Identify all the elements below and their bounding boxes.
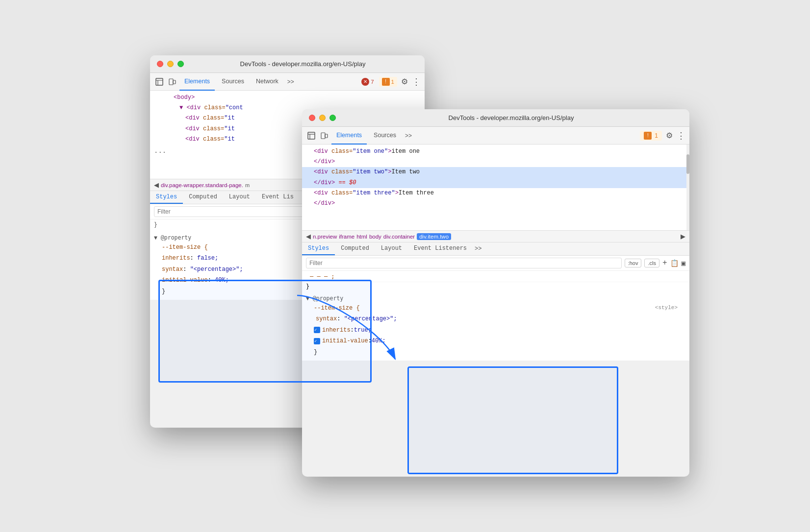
tab-elements-1[interactable]: Elements	[179, 73, 215, 91]
css-close-2b: }	[306, 347, 685, 358]
window-title-1: DevTools - developer.mozilla.org/en-US/p…	[188, 60, 418, 68]
dom-line-2a: <div class="item one">item one	[302, 146, 689, 157]
minimize-button-1[interactable]	[167, 61, 174, 67]
styles-panel-2: Styles Computed Layout Event Listeners >…	[302, 242, 689, 361]
dom-line-2f: </div>	[302, 198, 689, 209]
bc-item-body[interactable]: body	[369, 234, 381, 240]
svg-rect-9	[325, 134, 328, 138]
more-menu-icon-1[interactable]: ⋮	[412, 76, 421, 87]
dom-line-2e: <div class="item three">Item three	[302, 188, 689, 198]
filter-input-2[interactable]	[306, 258, 622, 268]
dom-line-2b: </div>	[302, 157, 689, 167]
css-prop-syntax-2: syntax: "<percentage>";	[306, 314, 685, 324]
css-rules-container-2: --item-size { <style> syntax: "<percenta…	[306, 303, 685, 358]
close-button-2[interactable]	[309, 115, 315, 121]
maximize-button-2[interactable]	[329, 115, 336, 121]
bc-item-divtwo[interactable]: div.item.two	[417, 233, 451, 240]
tab-eventlis-1[interactable]: Event Lis	[256, 191, 300, 204]
svg-rect-8	[321, 133, 325, 139]
css-at-property-2: ▼ @property	[306, 294, 685, 303]
tab-network-1[interactable]: Network	[251, 73, 283, 91]
breadcrumb-back-1[interactable]: ◀	[154, 181, 159, 189]
svg-rect-4	[173, 80, 176, 84]
svg-rect-3	[169, 79, 173, 85]
tab-sources-2[interactable]: Sources	[369, 127, 401, 145]
minimize-button-2[interactable]	[319, 115, 326, 121]
devtools-window-2: DevTools - developer.mozilla.org/en-US/p…	[302, 109, 689, 477]
svg-rect-5	[308, 132, 315, 139]
tab-sources-1[interactable]: Sources	[217, 73, 249, 91]
inherits-checkbox[interactable]	[314, 327, 320, 333]
maximize-button-1[interactable]	[177, 61, 184, 67]
dom-line-2d: </div> == $0	[302, 178, 689, 188]
warning-badge-1: ! 1	[379, 77, 397, 87]
styles-tabs-2: Styles Computed Layout Event Listeners >…	[302, 242, 689, 256]
inspector-icon-1[interactable]	[154, 76, 165, 87]
breadcrumb-truncated-1: m	[245, 182, 250, 188]
tab-layout-1[interactable]: Layout	[223, 191, 256, 204]
close-button-1[interactable]	[157, 61, 163, 67]
settings-icon-2[interactable]: ⚙	[664, 130, 675, 141]
window-title-2: DevTools - developer.mozilla.org/en-US/p…	[340, 114, 683, 121]
more-menu-icon-2[interactable]: ⋮	[677, 130, 685, 141]
svg-rect-0	[156, 78, 163, 85]
tab-computed-2[interactable]: Computed	[335, 242, 375, 255]
bc-item-preview[interactable]: n.preview	[313, 234, 337, 240]
tab-styles-1[interactable]: Styles	[150, 191, 183, 204]
css-section-2: ▼ @property --item-size { <style> syntax…	[302, 291, 689, 361]
breadcrumb-item-1[interactable]: div.page-wrapper.standard-page.	[161, 182, 243, 188]
css-close-partial: }	[154, 221, 157, 228]
scroll-thumb-2[interactable]	[686, 154, 689, 174]
bc-item-html[interactable]: html	[356, 234, 367, 240]
styles-filter-bar-2: :hov .cls + 📋 ▣	[302, 256, 689, 271]
style-view-icon[interactable]: ▣	[682, 259, 685, 267]
dom-line: <body>	[150, 93, 425, 103]
device-icon-2[interactable]	[319, 130, 329, 141]
more-tabs-1[interactable]: >>	[285, 75, 296, 88]
toolbar-2: Elements Sources >> ! 1 ⚙ ⋮	[302, 127, 689, 145]
breadcrumb-forward-2[interactable]: ▶	[681, 233, 685, 240]
toolbar-1: Elements Sources Network >> ✕ 7 ! 1 ⚙ ⋮	[150, 73, 425, 91]
dom-tree-2: <div class="item one">item one </div> <d…	[302, 145, 689, 230]
css-close-2a: }	[302, 282, 689, 291]
initial-value-checkbox[interactable]	[314, 338, 320, 344]
breadcrumb-back-2[interactable]: ◀	[306, 233, 311, 240]
bc-item-iframe[interactable]: iframe	[339, 234, 354, 240]
tab-computed-1[interactable]: Computed	[183, 191, 223, 204]
tab-eventlisteners-2[interactable]: Event Listeners	[408, 242, 473, 255]
settings-icon-1[interactable]: ⚙	[399, 76, 410, 87]
scrollbar-2[interactable]	[686, 145, 689, 230]
device-icon-1[interactable]	[167, 76, 177, 87]
css-prop-inherits-2: inherits: true;	[306, 325, 685, 336]
css-prop-initial-2: initial-value: 40%;	[306, 336, 685, 346]
tab-elements-2[interactable]: Elements	[331, 127, 367, 145]
add-rule-icon[interactable]: +	[662, 259, 667, 267]
titlebar-2: DevTools - developer.mozilla.org/en-US/p…	[302, 109, 689, 127]
tab-styles-2[interactable]: Styles	[302, 242, 335, 255]
more-tabs-2[interactable]: >>	[403, 129, 414, 142]
more-styles-tabs-2[interactable]: >>	[473, 242, 483, 255]
bc-item-container[interactable]: div.container	[383, 234, 415, 240]
cls-button-2[interactable]: .cls	[644, 259, 659, 267]
error-badge-1: ✕ 7	[358, 77, 377, 87]
inspector-icon-2[interactable]	[306, 130, 317, 141]
style-pin-icon[interactable]: 📋	[670, 259, 679, 267]
titlebar-1: DevTools - developer.mozilla.org/en-US/p…	[150, 55, 425, 73]
hov-button-2[interactable]: :hov	[625, 259, 642, 267]
warning-badge-2: ! 1	[640, 131, 662, 141]
css-partial-above-2: — — — ;	[302, 271, 689, 282]
css-rule-name-2: --item-size { <style>	[306, 303, 685, 314]
dom-line-2c: <div class="item two">Item two	[302, 167, 689, 177]
tab-layout-2[interactable]: Layout	[375, 242, 408, 255]
breadcrumb-2: ◀ n.preview iframe html body div.contain…	[302, 230, 689, 242]
